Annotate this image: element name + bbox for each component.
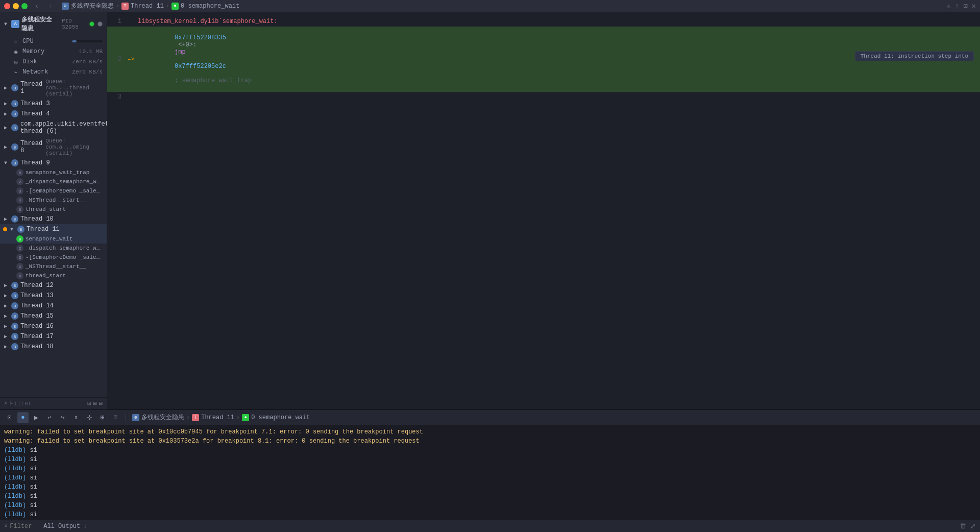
frame-0-num: 0 bbox=[16, 169, 23, 176]
process-header[interactable]: ▼ A 多线程安全隐患 PID 32955 bbox=[0, 12, 107, 36]
warning-icon: ⚠ bbox=[946, 2, 950, 10]
thread-3-bullet: 8 bbox=[11, 100, 18, 107]
bottom-panel: ⊡ ● ▶ ↩ ↪ ⬆ ⊹ ⊞ ≡ ⚙ 多线程安全隐患 › T Thread 1… bbox=[0, 409, 980, 532]
thread-11-frame-4[interactable]: 4 _NSThread__start__ bbox=[0, 262, 107, 271]
thread-item-13[interactable]: ▶ 8 Thread 13 bbox=[0, 291, 107, 301]
thread-15-bullet: 8 bbox=[11, 312, 18, 320]
thread-item-11[interactable]: ▼ 8 Thread 11 bbox=[0, 224, 107, 234]
frame-0-name: semaphore_wait_trap bbox=[26, 170, 89, 176]
disk-icon: ◎ bbox=[12, 58, 19, 65]
thread-9-frame-2[interactable]: 2 _dispatch_semaphore_wait_slow bbox=[0, 177, 107, 186]
sidebar: ▼ A 多线程安全隐患 PID 32955 ≡ CPU ◉ M bbox=[0, 12, 107, 409]
traffic-lights bbox=[4, 3, 28, 9]
thread-11-frame-6[interactable]: 6 thread_start bbox=[0, 271, 107, 280]
memory-icon: ◉ bbox=[12, 48, 19, 55]
thread-item-4[interactable]: ▶ 8 Thread 4 bbox=[0, 109, 107, 119]
thread-item-18[interactable]: ▶ 8 Thread 18 bbox=[0, 342, 107, 352]
thread-item-16[interactable]: ▶ 8 Thread 16 bbox=[0, 321, 107, 331]
thread-uikit-bullet: 8 bbox=[11, 124, 18, 131]
console-filter-input[interactable] bbox=[10, 523, 40, 530]
expand-icon[interactable]: ⤢ bbox=[970, 522, 976, 530]
thread-item-12[interactable]: ▶ 8 Thread 12 bbox=[0, 280, 107, 291]
thread-item-uikit[interactable]: ▶ 8 com.apple.uikit.eventfetch-thread (6… bbox=[0, 119, 107, 136]
t11-frame-0-name: semaphore_wait bbox=[26, 236, 72, 242]
thread-9-frame-6[interactable]: 6 thread_start bbox=[0, 205, 107, 214]
sidebar-view-toggle-2[interactable]: ⊞ bbox=[93, 400, 97, 407]
toolbar-meta-btn[interactable]: ≡ bbox=[110, 412, 121, 423]
thread-14-bullet: 8 bbox=[11, 302, 18, 309]
sidebar-item-disk[interactable]: ◎ Disk Zero KB/s bbox=[0, 57, 107, 67]
thread-3-expand: ▶ bbox=[4, 101, 9, 107]
cpu-bar bbox=[72, 40, 77, 42]
console-cmd-3: (lldb) si bbox=[4, 464, 976, 473]
trash-icon[interactable]: 🗑 bbox=[960, 522, 966, 530]
sidebar-filter-input[interactable] bbox=[10, 400, 85, 407]
minimize-button[interactable] bbox=[13, 3, 19, 9]
sidebar-scroll-area[interactable]: ▼ A 多线程安全隐患 PID 32955 ≡ CPU ◉ M bbox=[0, 12, 107, 397]
thread-9-frame-3[interactable]: 3 -[SemaphoreDemo _saleTicket] bbox=[0, 186, 107, 196]
sidebar-footer: ⌕ ⊡ ⊞ ⊟ bbox=[0, 397, 107, 409]
toolbar-stepout-btn[interactable]: ⬆ bbox=[70, 412, 82, 423]
thread-16-name: Thread 16 bbox=[20, 323, 54, 330]
console-tab-arrow: ↕ bbox=[83, 523, 87, 530]
thread-1-expand: ▶ bbox=[4, 85, 9, 91]
breadcrumb-thread: Thread 11 bbox=[131, 3, 164, 10]
sidebar-item-network[interactable]: ⌁ Network Zero KB/s bbox=[0, 67, 107, 77]
close-panel-icon[interactable]: ✕ bbox=[972, 2, 976, 10]
thread-11-frame-2[interactable]: 2 _dispatch_semaphore_wait_slow bbox=[0, 244, 107, 253]
thread-item-1[interactable]: ▶ 8 Thread 1 Queue: com....thread (seria… bbox=[0, 77, 107, 99]
thread-16-expand: ▶ bbox=[4, 323, 9, 329]
nav-back[interactable]: ‹ bbox=[35, 2, 39, 10]
console-output[interactable]: warning: failed to set breakpoint site a… bbox=[0, 425, 980, 520]
sidebar-view-toggle-1[interactable]: ⊡ bbox=[87, 400, 91, 407]
nav-forward[interactable]: › bbox=[48, 2, 52, 10]
toolbar-stepinto-btn[interactable]: ↪ bbox=[57, 412, 68, 423]
thread-9-frame-4[interactable]: 4 _NSThread__start__ bbox=[0, 196, 107, 205]
t11-frame-4-num: 4 bbox=[16, 263, 23, 270]
toolbar-active-btn[interactable]: ● bbox=[17, 412, 29, 423]
close-button[interactable] bbox=[4, 3, 10, 9]
thread-item-14[interactable]: ▶ 8 Thread 14 bbox=[0, 301, 107, 311]
toolbar-frame-btn[interactable]: ⊞ bbox=[97, 412, 108, 423]
thread-9-frame-0[interactable]: 0 semaphore_wait_trap bbox=[0, 168, 107, 177]
console-tab-all-output[interactable]: All Output bbox=[43, 523, 80, 530]
thread-item-10[interactable]: ▶ 8 Thread 10 bbox=[0, 214, 107, 224]
thread-item-3[interactable]: ▶ 8 Thread 3 bbox=[0, 99, 107, 109]
share-icon[interactable]: ↑ bbox=[955, 2, 959, 10]
toolbar-continue-btn[interactable]: ▶ bbox=[31, 412, 42, 423]
code-line-1-text: libsystem_kernel.dylib`semaphore_wait: bbox=[138, 18, 278, 25]
breadcrumb-frame: 0 semaphore_wait bbox=[181, 3, 239, 10]
window-controls: ⊡ bbox=[963, 2, 967, 10]
thread-11-frame-3[interactable]: 3 -[SemaphoreDemo _saleTicket] bbox=[0, 253, 107, 262]
toolbar-clear-btn[interactable]: ⊡ bbox=[4, 412, 15, 423]
console-cmd-6: (lldb) si bbox=[4, 492, 976, 501]
sidebar-item-cpu[interactable]: ≡ CPU bbox=[0, 36, 107, 46]
title-bar-right: ⚠ ↑ ⊡ ✕ bbox=[946, 2, 976, 10]
cpu-label: CPU bbox=[22, 38, 69, 45]
thread-item-15[interactable]: ▶ 8 Thread 15 bbox=[0, 311, 107, 321]
maximize-button[interactable] bbox=[21, 3, 28, 9]
thread-item-17[interactable]: ▶ 8 Thread 17 bbox=[0, 331, 107, 342]
thread-12-bullet: 8 bbox=[11, 282, 18, 289]
expand-arrow: ▼ bbox=[4, 21, 9, 27]
thread-item-8[interactable]: ▶ 8 Thread 8 Queue: com.a...oming (seria… bbox=[0, 136, 107, 158]
console-cmd-7: (lldb) si bbox=[4, 501, 976, 510]
code-content: 1 libsystem_kernel.dylib`semaphore_wait:… bbox=[107, 12, 980, 409]
thread-1-name: Thread 1 bbox=[20, 81, 42, 95]
thread-11-frame-0[interactable]: 0 semaphore_wait bbox=[0, 234, 107, 244]
thread-12-expand: ▶ bbox=[4, 282, 9, 288]
thread-8-bullet: 8 bbox=[11, 143, 18, 151]
thread-4-expand: ▶ bbox=[4, 111, 9, 117]
thread-item-9[interactable]: ▼ 8 Thread 9 bbox=[0, 158, 107, 168]
console-cmd-2: (lldb) si bbox=[4, 455, 976, 464]
thread-11-name: Thread 11 bbox=[27, 226, 60, 233]
thread-13-name: Thread 13 bbox=[20, 292, 54, 299]
thread-status-text: Thread 11: instruction step into bbox=[861, 53, 968, 59]
toolbar-stepover-btn[interactable]: ↩ bbox=[44, 412, 55, 423]
toolbar-jump-btn[interactable]: ⊹ bbox=[84, 412, 95, 423]
thread-8-expand: ▶ bbox=[4, 144, 9, 150]
sidebar-item-memory[interactable]: ◉ Memory 10.1 MB bbox=[0, 46, 107, 57]
t11-frame-6-num: 6 bbox=[16, 272, 23, 279]
sidebar-view-toggle-3[interactable]: ⊟ bbox=[99, 400, 103, 407]
thread-14-expand: ▶ bbox=[4, 303, 9, 309]
